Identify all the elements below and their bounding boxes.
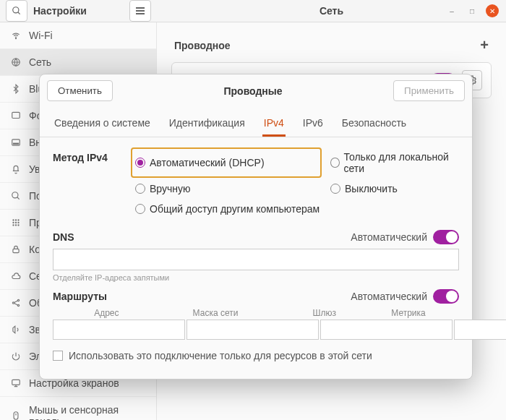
- route-col-header: Метрика: [380, 308, 437, 318]
- svg-line-1: [18, 12, 20, 14]
- ipv4-method-option-2[interactable]: Вручную: [132, 181, 320, 197]
- route-address-input[interactable]: [53, 320, 185, 340]
- svg-point-16: [15, 222, 17, 223]
- radio-label: Выключить: [345, 183, 398, 194]
- modal-tabs: Сведения о системеИдентификацияIPv4IPv6Б…: [40, 107, 472, 137]
- routes-auto-label: Автоматический: [351, 291, 427, 302]
- radio-label: Вручную: [150, 183, 191, 194]
- svg-point-22: [12, 302, 14, 304]
- search-button[interactable]: [6, 0, 27, 22]
- svg-point-12: [12, 219, 14, 220]
- route-col-header: Шлюз: [270, 308, 378, 318]
- connection-modal: Отменить Проводные Применить Сведения о …: [39, 74, 473, 380]
- only-local-checkbox[interactable]: [53, 351, 63, 361]
- svg-point-14: [17, 219, 19, 220]
- only-local-label: Использовать это подключение только для …: [69, 350, 372, 361]
- radio-label: Общий доступ другим компьютерам: [150, 203, 320, 215]
- tab-4[interactable]: Безопасность: [340, 111, 408, 137]
- dns-input[interactable]: [53, 249, 459, 270]
- net-icon: [10, 56, 22, 68]
- sidebar-item-wifi[interactable]: Wi-Fi: [0, 22, 156, 49]
- cloud-icon: [10, 270, 22, 282]
- dns-hint: Отделяйте IP-адреса запятыми: [53, 273, 459, 282]
- lock-icon: [10, 244, 22, 255]
- svg-point-23: [17, 299, 19, 301]
- minimize-button[interactable]: –: [445, 4, 458, 17]
- svg-rect-9: [14, 143, 19, 144]
- svg-point-18: [12, 224, 14, 226]
- ipv4-method-option-4[interactable]: Общий доступ другим компьютерам: [132, 201, 459, 217]
- route-col-header: Маска сети: [162, 308, 270, 318]
- add-connection-button[interactable]: +: [480, 37, 489, 53]
- radio-label: Автоматический (DHCP): [150, 157, 265, 168]
- cancel-button[interactable]: Отменить: [47, 80, 113, 101]
- radio-label: Только для локальной сети: [344, 151, 457, 174]
- routes-title: Маршруты: [53, 291, 107, 302]
- share-icon: [10, 297, 22, 309]
- close-button[interactable]: ✕: [486, 4, 499, 17]
- svg-point-24: [17, 304, 19, 306]
- wifi-icon: [10, 30, 22, 41]
- ipv4-method-label: Метод IPv4: [53, 149, 118, 163]
- route-gateway-input[interactable]: [320, 320, 453, 340]
- apply-button[interactable]: Применить: [393, 80, 465, 101]
- sidebar-item-label: Wi-Fi: [29, 30, 53, 41]
- ipv4-method-option-1[interactable]: Только для локальной сети: [327, 149, 459, 176]
- dns-title: DNS: [53, 231, 74, 243]
- svg-point-20: [17, 224, 19, 226]
- ipv4-method-option-0[interactable]: Автоматический (DHCP): [132, 149, 320, 176]
- route-metric-input[interactable]: [454, 320, 506, 340]
- dns-auto-toggle[interactable]: [433, 230, 459, 244]
- svg-point-17: [17, 222, 19, 223]
- dock-icon: [10, 137, 22, 148]
- svg-rect-21: [13, 249, 19, 252]
- search-icon: [10, 190, 22, 202]
- settings-title: Настройки: [33, 5, 87, 17]
- bt-icon: [10, 83, 22, 95]
- sidebar-item-mouse[interactable]: Мышь и сенсорная панель: [0, 397, 156, 420]
- svg-line-11: [17, 197, 20, 200]
- svg-point-19: [15, 224, 17, 226]
- svg-rect-26: [14, 412, 18, 420]
- svg-point-5: [15, 38, 16, 39]
- tab-3[interactable]: IPv6: [301, 111, 325, 137]
- radio-icon: [330, 184, 340, 194]
- tab-1[interactable]: Идентификация: [168, 111, 246, 137]
- apps-icon: [10, 217, 22, 228]
- power-icon: [10, 351, 22, 362]
- ipv4-method-option-3[interactable]: Выключить: [327, 181, 459, 197]
- radio-icon: [135, 158, 145, 168]
- svg-point-13: [15, 219, 17, 220]
- mouse-icon: [10, 410, 22, 420]
- svg-point-15: [12, 222, 14, 223]
- route-col-header: Адрес: [53, 308, 160, 318]
- menu-button[interactable]: [129, 0, 151, 22]
- radio-icon: [135, 184, 145, 194]
- dns-auto-label: Автоматический: [351, 231, 427, 243]
- wired-section-title: Проводное: [174, 40, 231, 51]
- routes-auto-toggle[interactable]: [433, 289, 459, 304]
- modal-title: Проводные: [223, 85, 282, 97]
- sidebar-item-label: Мышь и сенсорная панель: [29, 404, 146, 420]
- window-title: Сеть: [320, 5, 343, 17]
- sound-icon: [10, 324, 22, 335]
- sidebar-item-label: Сеть: [29, 56, 51, 68]
- maximize-button[interactable]: □: [466, 4, 479, 17]
- radio-icon: [330, 158, 340, 168]
- display-icon: [10, 377, 22, 389]
- svg-rect-25: [12, 380, 20, 385]
- bell-icon: [10, 163, 22, 175]
- bg-icon: [10, 110, 22, 121]
- svg-rect-7: [12, 112, 20, 118]
- sidebar-item-net[interactable]: Сеть: [0, 49, 156, 76]
- tab-2[interactable]: IPv4: [262, 111, 286, 137]
- tab-0[interactable]: Сведения о системе: [53, 111, 152, 137]
- radio-icon: [135, 204, 145, 214]
- route-netmask-input[interactable]: [186, 320, 319, 340]
- main-header: Настройки Сеть – □ ✕: [0, 0, 506, 22]
- svg-point-0: [13, 7, 19, 13]
- svg-point-10: [12, 192, 18, 198]
